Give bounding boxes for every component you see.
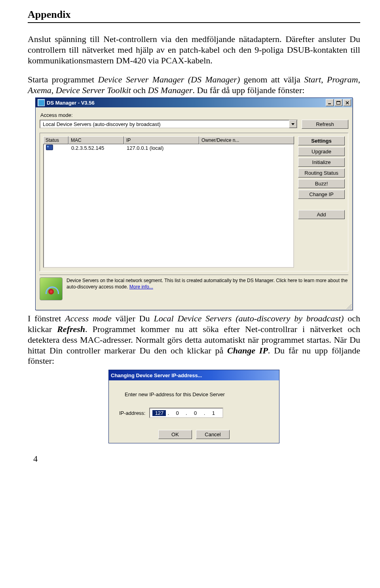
svg-rect-2	[336, 101, 340, 102]
p2-d: . Du får då upp följande fönster:	[192, 85, 304, 95]
change-ip-button[interactable]: Change IP	[298, 190, 345, 199]
device-status-icon	[46, 145, 53, 150]
access-mode-label: Access mode:	[40, 112, 348, 118]
change-ip-dialog: Changing Device Server IP-address... Ent…	[108, 370, 279, 443]
dlg-title: Changing Device Server IP-address...	[111, 372, 278, 378]
info-msg: Device Servers on the local network segm…	[66, 278, 348, 290]
paragraph-2: Starta programmet Device Server Manager …	[28, 74, 360, 96]
p3-bi2: Change IP	[227, 346, 268, 355]
p2-b: genom att välja	[240, 74, 304, 84]
col-mac[interactable]: MAC	[68, 136, 124, 144]
p2-c: och	[131, 85, 148, 95]
paragraph-3: I fönstret Access mode väljer Du Local D…	[28, 313, 360, 367]
add-button[interactable]: Add	[298, 210, 345, 219]
routing-status-button[interactable]: Routing Status	[298, 168, 345, 178]
row-mac: 0.2.3.5.52.145	[69, 145, 125, 151]
resize-grip-icon[interactable]	[345, 303, 352, 309]
settings-button[interactable]: Settings	[298, 136, 345, 145]
col-status[interactable]: Status	[43, 136, 68, 144]
col-owner[interactable]: Owner/Device n...	[199, 136, 294, 144]
page-number: 4	[33, 454, 360, 464]
ok-button[interactable]: OK	[158, 430, 192, 439]
access-mode-value: Local Device Servers (auto-discovery by …	[43, 121, 289, 127]
p2-a: Starta programmet	[28, 74, 98, 84]
chevron-down-icon[interactable]	[289, 120, 297, 128]
p3-i1: Access mode	[65, 313, 111, 323]
device-list[interactable]: 0.2.3.5.52.145 127.0.0.1 (local)	[43, 144, 294, 268]
cancel-button[interactable]: Cancel	[196, 430, 230, 439]
access-mode-combo[interactable]: Local Device Servers (auto-discovery by …	[40, 120, 298, 128]
dlg-message: Enter new IP-address for this Device Ser…	[118, 390, 270, 408]
dlg-titlebar: Changing Device Server IP-address...	[109, 370, 279, 380]
table-row[interactable]: 0.2.3.5.52.145 127.0.0.1 (local)	[44, 144, 293, 151]
ip-label: IP-address:	[119, 410, 145, 416]
p2-i1: Device Server Manager (DS Manager)	[98, 74, 240, 84]
initialize-button[interactable]: Initialize	[298, 158, 345, 167]
info-strip: Device Servers on the local network segm…	[40, 275, 348, 300]
p3-a: I fönstret	[28, 313, 65, 323]
device-list-group: Status MAC IP Owner/Device n... 0.2.3.5.…	[40, 133, 348, 271]
ip-octet-3[interactable]: 0	[189, 410, 202, 416]
close-button[interactable]	[343, 99, 351, 106]
more-info-link[interactable]: More info...	[129, 284, 153, 290]
p3-b: väljer Du	[112, 313, 154, 323]
maximize-button[interactable]	[334, 99, 342, 106]
p2-i3: DS Manager	[148, 85, 192, 95]
p3-bi1: Refresh	[57, 324, 85, 334]
minimize-button[interactable]	[326, 99, 334, 106]
buzz-button[interactable]: Buzz!	[298, 179, 345, 188]
p3-i2: Local Device Servers (auto-discovery by …	[154, 313, 344, 323]
row-ip: 127.0.0.1 (local)	[125, 145, 200, 151]
appendix-heading: Appendix	[28, 9, 360, 23]
list-header: Status MAC IP Owner/Device n...	[43, 136, 294, 144]
titlebar: DS Manager - V3.56	[36, 98, 352, 107]
refresh-button[interactable]: Refresh	[302, 120, 348, 129]
ip-address-field[interactable]: 127.0.0.1	[149, 408, 223, 418]
upgrade-button[interactable]: Upgrade	[298, 147, 345, 156]
ds-manager-window: DS Manager - V3.56 Access mode: Local De…	[35, 97, 353, 310]
svg-rect-0	[328, 103, 331, 104]
col-ip[interactable]: IP	[124, 136, 199, 144]
window-title: DS Manager - V3.56	[47, 100, 325, 106]
app-icon	[38, 99, 45, 106]
info-text: Device Servers on the local network segm…	[66, 277, 348, 290]
side-buttons: Settings Upgrade Initialize Routing Stat…	[298, 136, 345, 268]
ip-octet-4[interactable]: 1	[207, 410, 220, 416]
ip-octet-2[interactable]: 0	[171, 410, 184, 416]
antenna-icon	[40, 277, 63, 300]
ip-octet-1[interactable]: 127	[152, 410, 166, 416]
paragraph-1: Anslut spänning till Net-controllern via…	[28, 34, 360, 66]
svg-marker-5	[291, 123, 294, 125]
